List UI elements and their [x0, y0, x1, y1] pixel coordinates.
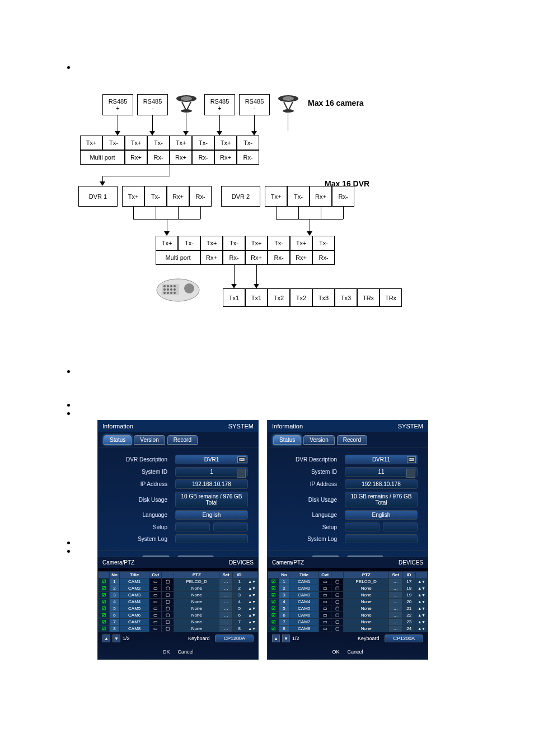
id-spinner[interactable]: ▲▼: [416, 592, 428, 599]
value-language[interactable]: English: [345, 510, 418, 520]
tab-record[interactable]: Record: [167, 435, 198, 445]
set-button[interactable]: …: [219, 585, 233, 592]
ok-button[interactable]: OK: [332, 649, 339, 655]
cvt-button[interactable]: ▭: [149, 592, 162, 599]
ok-button[interactable]: OK: [162, 649, 170, 655]
id-spinner[interactable]: ▲▼: [416, 585, 428, 592]
setup-slot-2[interactable]: [213, 522, 248, 531]
cvt-check[interactable]: ▢: [331, 578, 344, 585]
camera-title[interactable]: CAM3: [289, 592, 319, 599]
cvt-button[interactable]: ▭: [319, 619, 331, 626]
enable-checkbox[interactable]: ☑: [99, 626, 110, 632]
set-button[interactable]: …: [219, 578, 233, 585]
ptz-protocol[interactable]: None: [344, 619, 389, 626]
setup-slot-1[interactable]: [345, 522, 380, 531]
cvt-check[interactable]: ▢: [162, 585, 174, 592]
value-system-log[interactable]: [175, 534, 248, 543]
ptz-protocol[interactable]: None: [344, 612, 389, 619]
cvt-button[interactable]: ▭: [149, 599, 162, 605]
cvt-button[interactable]: ▭: [319, 599, 331, 605]
value-system-id[interactable]: 1: [175, 467, 248, 477]
set-button[interactable]: …: [219, 619, 233, 626]
id-spinner[interactable]: ▲▼: [416, 605, 428, 612]
id-spinner[interactable]: ▲▼: [246, 592, 258, 599]
set-button[interactable]: …: [389, 592, 402, 599]
enable-checkbox[interactable]: ☑: [268, 605, 279, 612]
tab-version[interactable]: Version: [303, 435, 334, 445]
enable-checkbox[interactable]: ☑: [268, 619, 279, 626]
set-button[interactable]: …: [389, 619, 402, 626]
enable-checkbox[interactable]: ☑: [268, 592, 279, 599]
cancel-button[interactable]: Cancel: [178, 649, 194, 655]
enable-checkbox[interactable]: ☑: [268, 599, 279, 605]
enable-checkbox[interactable]: ☑: [99, 592, 110, 599]
set-button[interactable]: …: [389, 605, 402, 612]
set-button[interactable]: …: [389, 578, 402, 585]
ptz-protocol[interactable]: None: [174, 605, 219, 612]
cvt-check[interactable]: ▢: [331, 612, 344, 619]
camera-title[interactable]: CAM7: [289, 619, 319, 626]
cvt-button[interactable]: ▭: [319, 578, 331, 585]
cvt-check[interactable]: ▢: [331, 626, 344, 632]
camera-title[interactable]: CAM5: [120, 605, 149, 612]
set-button[interactable]: …: [389, 612, 402, 619]
cvt-button[interactable]: ▭: [149, 585, 162, 592]
camera-title[interactable]: CAM2: [289, 585, 319, 592]
ptz-protocol[interactable]: None: [344, 626, 389, 632]
id-spinner[interactable]: ▲▼: [416, 626, 428, 632]
tab-status[interactable]: Status: [273, 435, 301, 445]
cvt-button[interactable]: ▭: [319, 612, 331, 619]
cvt-check[interactable]: ▢: [331, 592, 344, 599]
set-button[interactable]: …: [389, 599, 402, 605]
keyboard-icon[interactable]: ⌨: [407, 456, 416, 463]
setup-slot-1[interactable]: [175, 522, 210, 531]
cvt-button[interactable]: ▭: [149, 619, 162, 626]
enable-checkbox[interactable]: ☑: [268, 612, 279, 619]
page-up-button[interactable]: ▲: [272, 634, 280, 642]
setup-slot-2[interactable]: [383, 522, 418, 531]
keyboard-value[interactable]: CP1200A: [215, 634, 254, 642]
set-button[interactable]: …: [219, 605, 233, 612]
cvt-check[interactable]: ▢: [331, 599, 344, 605]
tab-status[interactable]: Status: [104, 435, 132, 445]
camera-title[interactable]: CAM1: [120, 578, 149, 585]
set-button[interactable]: …: [389, 585, 402, 592]
cvt-check[interactable]: ▢: [331, 585, 344, 592]
id-spinner[interactable]: ▲▼: [246, 612, 258, 619]
set-button[interactable]: …: [389, 626, 402, 632]
ptz-protocol[interactable]: None: [344, 605, 389, 612]
id-spinner[interactable]: ▲▼: [416, 578, 428, 585]
id-spinner[interactable]: ▲▼: [246, 578, 258, 585]
tab-version[interactable]: Version: [134, 435, 165, 445]
value-system-log[interactable]: [345, 534, 418, 543]
camera-title[interactable]: CAM8: [120, 626, 149, 632]
ptz-protocol[interactable]: None: [174, 585, 219, 592]
camera-title[interactable]: CAM4: [120, 599, 149, 605]
value-dvr-description[interactable]: DVR11⌨: [345, 455, 418, 464]
value-dvr-description[interactable]: DVR1⌨: [175, 455, 248, 464]
cvt-button[interactable]: ▭: [149, 626, 162, 632]
ptz-protocol[interactable]: None: [174, 619, 219, 626]
enable-checkbox[interactable]: ☑: [268, 578, 279, 585]
enable-checkbox[interactable]: ☑: [99, 612, 110, 619]
ptz-protocol[interactable]: PELCO_D: [344, 578, 389, 585]
page-up-button[interactable]: ▲: [102, 634, 110, 642]
value-language[interactable]: English: [175, 510, 248, 520]
camera-title[interactable]: CAM6: [289, 612, 319, 619]
cvt-button[interactable]: ▭: [319, 592, 331, 599]
id-spinner[interactable]: ▲▼: [246, 626, 258, 632]
keyboard-icon[interactable]: ⌨: [237, 456, 246, 463]
camera-title[interactable]: CAM8: [289, 626, 319, 632]
set-button[interactable]: …: [219, 612, 233, 619]
cvt-check[interactable]: ▢: [331, 605, 344, 612]
enable-checkbox[interactable]: ☑: [99, 585, 110, 592]
id-spinner[interactable]: ▲▼: [416, 612, 428, 619]
cvt-check[interactable]: ▢: [331, 619, 344, 626]
cvt-check[interactable]: ▢: [162, 592, 174, 599]
cvt-button[interactable]: ▭: [319, 605, 331, 612]
cvt-button[interactable]: ▭: [149, 612, 162, 619]
enable-checkbox[interactable]: ☑: [99, 599, 110, 605]
cvt-check[interactable]: ▢: [162, 612, 174, 619]
ptz-protocol[interactable]: None: [174, 599, 219, 605]
enable-checkbox[interactable]: ☑: [99, 619, 110, 626]
